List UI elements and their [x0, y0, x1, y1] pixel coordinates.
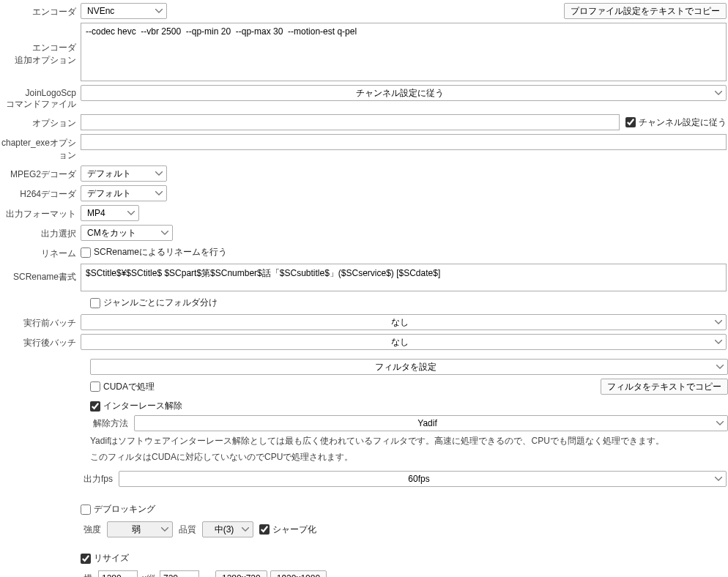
filter-section-label: フィルタ設定 — [0, 519, 81, 577]
prebatch-label: 実行前バッチ — [0, 314, 81, 330]
jls-opt-input[interactable] — [81, 114, 620, 130]
sharpen-checkbox[interactable] — [259, 524, 270, 535]
encoder-select[interactable]: NVEnc — [81, 3, 167, 19]
width-input[interactable] — [98, 570, 138, 577]
deblock-label: デブロッキング — [94, 503, 155, 515]
deint-method-label: 解除方法 — [90, 417, 131, 430]
preset-720-button[interactable]: 1280x720 — [215, 570, 267, 577]
jls-cmd-label: JoinLogoScp コマンドファイル — [0, 85, 81, 111]
jls-opt-channel-label: チャンネル設定に従う — [639, 116, 727, 129]
strength-label: 強度 — [81, 524, 104, 536]
postbatch-label: 実行後バッチ — [0, 334, 81, 349]
copy-profile-button[interactable]: プロファイル設定をテキストでコピー — [564, 3, 727, 19]
encoder-opts-textarea[interactable]: --codec hevc --vbr 2500 --qp-min 20 --qp… — [81, 23, 727, 81]
deint-method-select[interactable]: Yadif — [134, 415, 728, 431]
genre-folder-label: ジャンルごとにフォルダ分け — [103, 297, 218, 309]
cuda-checkbox[interactable] — [90, 381, 100, 392]
filter-desc-2: このフィルタはCUDAに対応していないのでCPUで処理されます。 — [90, 451, 353, 464]
outfmt-label: 出力フォーマット — [0, 205, 81, 220]
quality-select[interactable]: 中(3) — [202, 521, 253, 537]
deint-checkbox[interactable] — [90, 401, 100, 412]
chapter-exe-input[interactable] — [81, 134, 727, 150]
rename-checkbox[interactable] — [81, 247, 91, 258]
postbatch-select[interactable]: なし — [81, 334, 727, 350]
mpeg2-select[interactable]: デフォルト — [81, 165, 167, 182]
jls-cmd-select[interactable]: チャンネル設定に従う — [81, 85, 727, 101]
mpeg2-label: MPEG2デコーダ — [0, 165, 81, 181]
deblock-checkbox[interactable] — [81, 505, 91, 515]
encoder-opts-label: エンコーダ 追加オプション — [0, 23, 81, 67]
prebatch-select[interactable]: なし — [81, 314, 727, 330]
outsel-select[interactable]: CMをカット — [81, 225, 173, 241]
cuda-label: CUDAで処理 — [103, 381, 155, 393]
h264-label: H264デコーダ — [0, 185, 81, 201]
width-label: 横 — [81, 573, 95, 578]
outsel-label: 出力選択 — [0, 225, 81, 240]
quality-label: 品質 — [176, 524, 199, 536]
scfmt-textarea[interactable]: $SCtitle$¥$SCtitle$ $SCpart$第$SCnumber$話… — [81, 264, 727, 291]
strength-select[interactable]: 弱 — [107, 521, 173, 537]
resize-label: リサイズ — [94, 552, 129, 565]
filter-set-select[interactable]: フィルタを設定 — [90, 359, 728, 375]
deint-label: インターレース解除 — [103, 400, 182, 412]
chapter-exe-label: chapter_exeオプション — [0, 134, 81, 162]
outfmt-select[interactable]: MP4 — [81, 205, 139, 221]
outfps-select[interactable]: 60fps — [119, 471, 727, 487]
scfmt-label: SCRename書式 — [0, 264, 81, 283]
height-input[interactable] — [160, 570, 199, 577]
jls-opt-channel-checkbox[interactable] — [625, 117, 636, 127]
resize-checkbox[interactable] — [81, 554, 91, 564]
copy-filter-button[interactable]: フィルタをテキストでコピー — [601, 379, 728, 395]
sharpen-label: シャープ化 — [272, 524, 316, 536]
preset-1080-button[interactable]: 1920x1080 — [270, 570, 327, 577]
outfps-label: 出力fps — [81, 473, 116, 485]
genre-folder-checkbox[interactable] — [90, 298, 100, 308]
rename-label: リネーム — [0, 245, 81, 260]
encoder-label: エンコーダ — [0, 3, 81, 18]
rename-chk-label: SCRenameによるリネームを行う — [94, 246, 227, 258]
h264-select[interactable]: デフォルト — [81, 185, 167, 201]
filter-desc-1: Yadifはソフトウェアインターレース解除としては最も広く使われているフィルタで… — [90, 435, 664, 447]
height-label: x縦 — [141, 573, 157, 578]
jls-opt-label: オプション — [0, 114, 81, 130]
